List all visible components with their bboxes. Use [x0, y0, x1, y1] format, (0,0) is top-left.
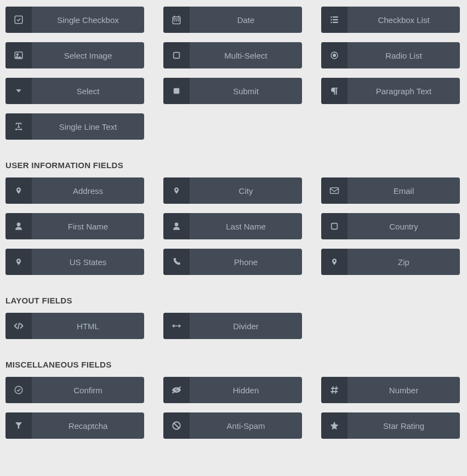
field-label: Paragraph Text: [348, 78, 460, 104]
field-label: First Name: [32, 213, 144, 239]
field-phone[interactable]: Phone: [163, 249, 302, 275]
ban-icon: [163, 412, 190, 439]
field-confirm[interactable]: Confirm: [5, 377, 144, 403]
field-label: Email: [348, 177, 460, 204]
fields-grid: AddressCityEmailFirst NameLast NameCount…: [5, 177, 462, 275]
envelope-icon: [321, 177, 348, 204]
field-anti-spam[interactable]: Anti-Spam: [163, 412, 302, 439]
field-select[interactable]: Select: [5, 78, 144, 104]
field-label: Country: [348, 213, 460, 239]
field-paragraph-text[interactable]: Paragraph Text: [321, 78, 460, 104]
svg-rect-11: [333, 19, 338, 20]
svg-rect-7: [178, 20, 179, 21]
hash-icon: [321, 377, 348, 403]
field-single-checkbox[interactable]: Single Checkbox: [5, 7, 144, 33]
check-square-icon: [5, 7, 32, 33]
filter-icon: [5, 412, 32, 439]
svg-point-15: [16, 54, 18, 55]
field-radio-list[interactable]: Radio List: [321, 42, 460, 68]
svg-point-22: [175, 222, 179, 226]
field-label: Checkbox List: [348, 7, 460, 33]
field-city[interactable]: City: [163, 177, 302, 204]
field-date[interactable]: Date: [163, 7, 302, 33]
svg-rect-20: [331, 188, 339, 194]
svg-rect-4: [173, 19, 180, 20]
field-label: Hidden: [190, 377, 302, 403]
svg-line-27: [174, 423, 180, 429]
field-address[interactable]: Address: [5, 177, 144, 204]
field-zip[interactable]: Zip: [321, 249, 460, 275]
field-number[interactable]: Number: [321, 377, 460, 403]
svg-rect-6: [176, 20, 177, 21]
map-marker-icon: [163, 177, 190, 204]
field-label: Number: [348, 377, 460, 403]
svg-rect-13: [333, 22, 338, 23]
fields-grid: ConfirmHiddenNumberRecaptchaAnti-SpamSta…: [5, 377, 462, 439]
field-multi-select[interactable]: Multi-Select: [163, 42, 302, 68]
svg-rect-16: [174, 53, 180, 59]
svg-rect-0: [15, 16, 22, 24]
field-label: Anti-Spam: [190, 412, 302, 439]
field-label: Star Rating: [348, 412, 460, 439]
field-label: Single Checkbox: [32, 7, 144, 33]
paragraph-icon: [321, 78, 348, 104]
field-label: Address: [32, 177, 144, 204]
field-label: Radio List: [348, 42, 460, 68]
top-fields-grid: Single CheckboxDateCheckbox ListSelect I…: [5, 7, 462, 140]
field-star-rating[interactable]: Star Rating: [321, 412, 460, 439]
svg-point-18: [333, 54, 336, 57]
field-label: Divider: [190, 313, 302, 339]
field-label: Recaptcha: [32, 412, 144, 439]
field-last-name[interactable]: Last Name: [163, 213, 302, 239]
svg-rect-9: [333, 16, 338, 18]
field-label: Confirm: [32, 377, 144, 403]
field-html[interactable]: HTML: [5, 313, 144, 339]
field-label: Submit: [190, 78, 302, 104]
field-label: Multi-Select: [190, 42, 302, 68]
field-single-line-text[interactable]: Single Line Text: [5, 113, 144, 140]
field-label: Single Line Text: [32, 113, 144, 140]
field-label: City: [190, 177, 302, 204]
field-label: HTML: [32, 313, 144, 339]
field-email[interactable]: Email: [321, 177, 460, 204]
field-select-image[interactable]: Select Image: [5, 42, 144, 68]
calendar-icon: [163, 7, 190, 33]
svg-rect-8: [331, 16, 332, 18]
field-label: Last Name: [190, 213, 302, 239]
arrows-h-icon: [163, 313, 190, 339]
user-icon: [5, 213, 32, 239]
field-hidden[interactable]: Hidden: [163, 377, 302, 403]
field-divider[interactable]: Divider: [163, 313, 302, 339]
field-country[interactable]: Country: [321, 213, 460, 239]
square-outline-icon: [163, 42, 190, 68]
field-first-name[interactable]: First Name: [5, 213, 144, 239]
chevron-down-icon: [5, 78, 32, 104]
svg-point-21: [17, 222, 21, 226]
square-outline-icon: [321, 213, 348, 239]
check-circle-icon: [5, 377, 32, 403]
star-icon: [321, 412, 348, 439]
phone-icon: [163, 249, 190, 275]
miscellaneous-fields-heading: MISCELLANEOUS FIELDS: [5, 360, 462, 369]
field-recaptcha[interactable]: Recaptcha: [5, 412, 144, 439]
svg-rect-23: [332, 223, 338, 230]
layout-fields-heading: LAYOUT FIELDS: [5, 296, 462, 305]
svg-rect-3: [178, 16, 179, 18]
field-label: Phone: [190, 249, 302, 275]
map-marker-icon: [321, 249, 348, 275]
field-label: Date: [190, 7, 302, 33]
field-submit[interactable]: Submit: [163, 78, 302, 104]
field-us-states[interactable]: US States: [5, 249, 144, 275]
fields-grid: HTMLDivider: [5, 313, 462, 339]
radio-dot-icon: [321, 42, 348, 68]
map-marker-icon: [5, 249, 32, 275]
svg-point-24: [15, 386, 22, 394]
field-checkbox-list[interactable]: Checkbox List: [321, 7, 460, 33]
user-information-fields-heading: USER INFORMATION FIELDS: [5, 160, 462, 170]
svg-rect-10: [331, 19, 332, 20]
text-width-icon: [5, 113, 32, 140]
field-label: Zip: [348, 249, 460, 275]
field-label: Select Image: [32, 42, 144, 68]
field-label: Select: [32, 78, 144, 104]
image-icon: [5, 42, 32, 68]
